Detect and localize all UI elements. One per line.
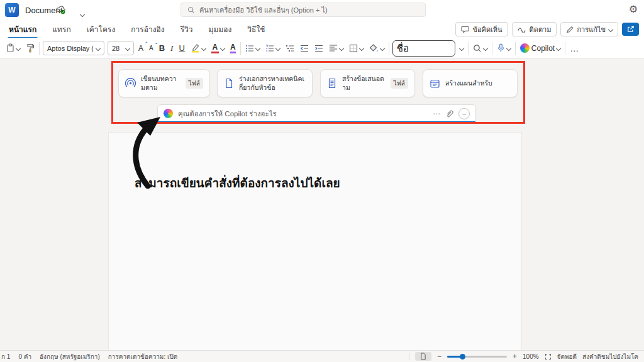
shrink-font-button[interactable]: Aˇ xyxy=(148,43,155,53)
share-button[interactable] xyxy=(622,23,639,36)
copilot-logo-icon xyxy=(520,43,530,53)
copilot-card-create-plan[interactable]: สร้างแผนสำหรับ xyxy=(423,69,518,97)
copilot-card-draft-technical-doc[interactable]: ร่างเอกสารทางเทคนิคเกี่ยวกับหัวข้อ xyxy=(217,69,313,97)
tab-view[interactable]: มุมมอง xyxy=(208,21,233,38)
underline-button[interactable]: U xyxy=(177,42,186,54)
comment-icon xyxy=(461,26,469,33)
text-prediction-indicator[interactable]: การคาดเดาข้อความ: เปิด xyxy=(108,352,178,361)
styles-chevron-down-icon[interactable] xyxy=(458,45,465,52)
increase-indent-button[interactable] xyxy=(313,43,325,54)
document-icon xyxy=(224,78,234,89)
pencil-icon xyxy=(566,26,574,33)
tab-references[interactable]: การอ้างอิง xyxy=(130,21,165,38)
copilot-prompt-input[interactable]: คุณต้องการให้ Copilot ร่างอะไร ⋯ → xyxy=(157,104,476,123)
format-painter-button[interactable] xyxy=(25,42,36,54)
font-size-dropdown[interactable]: 28 xyxy=(108,41,134,55)
alignment-button[interactable] xyxy=(328,43,345,54)
word-count[interactable]: 0 คำ xyxy=(18,352,31,361)
search-input[interactable]: ค้นหาเครื่องมือ วิธีใช้ และอื่นๆ (Option… xyxy=(180,3,426,17)
zoom-out-button[interactable]: − xyxy=(437,352,441,361)
tab-layout[interactable]: เค้าโครง xyxy=(86,21,117,38)
bullets-button[interactable] xyxy=(244,43,261,54)
font-name-dropdown[interactable]: Aptos Display (... xyxy=(43,41,104,55)
copilot-card-create-proposal[interactable]: สร้างข้อเสนอตาม ไฟล์ xyxy=(320,69,415,97)
word-online-window: W Document ค้นหาเครื่องมือ วิธีใช้ และอื… xyxy=(0,0,644,362)
attach-paperclip-icon[interactable] xyxy=(445,109,453,118)
numbering-button[interactable] xyxy=(264,43,281,54)
tab-insert[interactable]: แทรก xyxy=(51,21,72,38)
grow-font-button[interactable]: Aˆ xyxy=(137,43,145,54)
document-canvas: เขียนบทความตาม ไฟล์ ร่างเอกสารทางเทคนิคเ… xyxy=(0,59,644,351)
text-effects-button[interactable]: A xyxy=(229,42,237,55)
tab-home[interactable]: หน้าแรก xyxy=(8,21,38,38)
file-pill: ไฟล์ xyxy=(186,78,203,89)
decrease-indent-button[interactable] xyxy=(299,43,310,54)
editing-mode-button[interactable]: การแก้ไข xyxy=(560,22,618,36)
page-view-button[interactable] xyxy=(415,352,431,361)
page-info[interactable]: ก 1 xyxy=(1,352,10,361)
search-placeholder: ค้นหาเครื่องมือ วิธีใช้ และอื่นๆ (Option… xyxy=(199,4,328,16)
zoom-in-button[interactable]: + xyxy=(513,352,517,361)
send-arrow-icon[interactable]: → xyxy=(458,108,470,119)
status-bar: ก 1 0 คำ อังกฤษ (สหรัฐอเมริกา) การคาดเดา… xyxy=(0,350,644,362)
dictate-button[interactable] xyxy=(496,42,512,54)
settings-gear-icon[interactable]: ⚙ xyxy=(629,3,638,15)
tab-review[interactable]: รีวิว xyxy=(179,21,194,38)
page-icon xyxy=(420,353,426,360)
zoom-slider-knob[interactable] xyxy=(460,354,465,359)
italic-button[interactable]: I xyxy=(169,42,174,55)
track-changes-icon xyxy=(518,26,526,33)
zoom-slider[interactable] xyxy=(447,356,507,358)
formatting-toolbar: Aptos Display (... 28 Aˆ Aˇ B I U A A xyxy=(0,38,644,59)
cloud-saved-icon xyxy=(55,5,66,14)
copilot-card-write-article[interactable]: เขียนบทความตาม ไฟล์ xyxy=(118,69,210,97)
feedback-link[interactable]: ส่งคำติชมไปยังไมโค xyxy=(582,352,638,361)
ribbon-tab-row: หน้าแรก แทรก เค้าโครง การอ้างอิง รีวิว ม… xyxy=(0,20,644,38)
font-color-button[interactable]: A xyxy=(210,42,226,55)
bold-button[interactable]: B xyxy=(158,42,166,54)
highlight-color-button[interactable] xyxy=(189,42,207,54)
title-chevron-down-icon[interactable] xyxy=(80,8,84,19)
paste-button[interactable] xyxy=(5,42,21,54)
word-logo-icon[interactable]: W xyxy=(5,3,19,17)
borders-button[interactable] xyxy=(348,43,365,54)
multilevel-list-button[interactable] xyxy=(284,43,296,54)
title-bar: W Document ค้นหาเครื่องมือ วิธีใช้ และอื… xyxy=(0,0,644,20)
comments-button[interactable]: ข้อคิดเห็น xyxy=(455,22,508,36)
file-pill: ไฟล์ xyxy=(391,78,408,89)
ribbon-tabs: หน้าแรก แทรก เค้าโครง การอ้างอิง รีวิว ม… xyxy=(8,20,266,38)
copilot-button[interactable]: Copilot xyxy=(519,42,562,54)
shading-button[interactable] xyxy=(368,43,386,54)
language-indicator[interactable]: อังกฤษ (สหรัฐอเมริกา) xyxy=(40,352,100,361)
search-icon xyxy=(187,6,195,14)
broadcast-icon xyxy=(125,78,136,89)
plan-calendar-icon xyxy=(430,79,440,89)
fit-button[interactable]: จัดพอดี xyxy=(557,352,577,361)
track-changes-button[interactable]: ติดตาม xyxy=(512,22,557,36)
toolbar-more-button[interactable]: … xyxy=(569,42,580,55)
share-icon xyxy=(626,25,635,33)
annotation-caption: สามารถเขียนคำสั่งที่ต้องการลงไปได้เลย xyxy=(135,173,340,192)
fit-icon xyxy=(545,353,552,360)
zoom-level[interactable]: 100% xyxy=(523,353,539,360)
copilot-input-more-button[interactable]: ⋯ xyxy=(433,109,440,118)
tab-help[interactable]: วิธีใช้ xyxy=(246,21,266,38)
styles-gallery[interactable]: ชื่อ xyxy=(392,40,455,57)
copilot-input-placeholder: คุณต้องการให้ Copilot ร่างอะไร xyxy=(178,108,428,119)
document-lines-icon xyxy=(327,78,337,89)
find-button[interactable] xyxy=(472,43,489,54)
